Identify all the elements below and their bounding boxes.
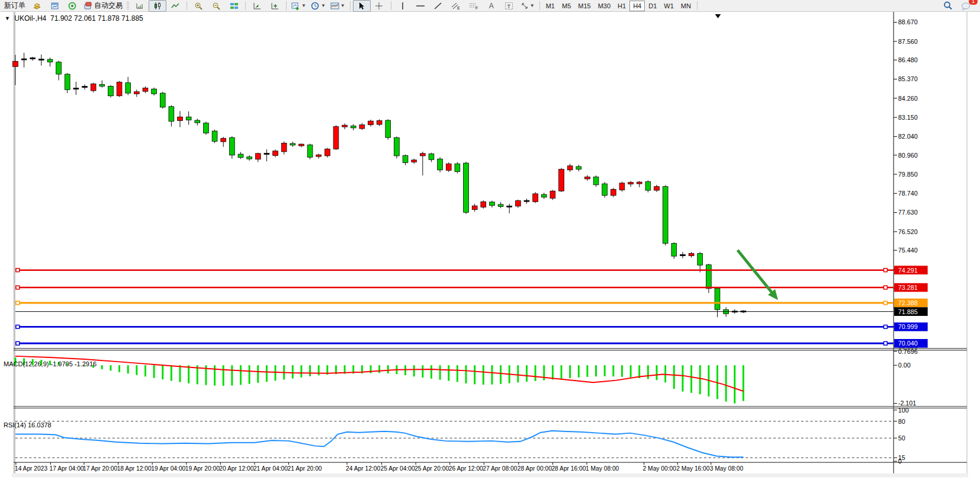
toolbar-grip — [127, 2, 129, 10]
svg-text:0.7696: 0.7696 — [898, 348, 918, 355]
add-indicator-button[interactable]: ▼ — [289, 0, 309, 12]
candle — [21, 59, 27, 60]
candle — [429, 154, 434, 159]
templates-button[interactable]: ▼ — [328, 0, 348, 12]
candle — [550, 191, 555, 198]
market-watch-button[interactable] — [46, 0, 63, 12]
crosshair-button[interactable] — [371, 0, 388, 12]
candle — [186, 117, 191, 120]
svg-text:74.291: 74.291 — [898, 267, 918, 274]
svg-text:0: 0 — [898, 458, 902, 465]
toolbar-separator — [391, 1, 391, 10]
chart-title: ▼ UKOil-,H4 71.902 72.061 71.878 71.885 — [5, 14, 143, 23]
candle — [316, 155, 322, 156]
candle — [73, 88, 79, 90]
candle — [204, 123, 209, 133]
candle — [143, 88, 148, 91]
candle — [299, 144, 304, 146]
tile-windows-button[interactable] — [225, 0, 243, 12]
autotrade-button[interactable]: 自动交易 — [81, 1, 125, 11]
candle — [307, 145, 313, 157]
candle — [152, 89, 157, 94]
svg-text:28 Apr 16:00: 28 Apr 16:00 — [551, 465, 586, 472]
tab-timeframe-m30[interactable]: M30 — [595, 1, 614, 11]
candle — [160, 93, 165, 107]
svg-text:84.260: 84.260 — [898, 95, 918, 102]
candle — [385, 120, 391, 138]
toolbar-separator — [286, 1, 287, 10]
candle — [333, 126, 339, 149]
svg-text:79.850: 79.850 — [898, 171, 918, 178]
chart-canvas[interactable]: 88.67087.56086.48085.37084.26083.15082.0… — [0, 12, 980, 489]
chevron-down-icon: ▼ — [530, 3, 535, 8]
trendline-button[interactable] — [429, 0, 447, 12]
candlestick-chart-button[interactable] — [149, 0, 166, 12]
svg-text:25 Apr 20:00: 25 Apr 20:00 — [415, 465, 449, 472]
indicators-window-button[interactable] — [248, 0, 266, 12]
svg-text:50: 50 — [898, 434, 905, 442]
data-window-button[interactable] — [266, 0, 284, 12]
tab-timeframe-d1[interactable]: D1 — [645, 1, 660, 11]
bar-chart-button[interactable] — [131, 0, 149, 12]
text-tool-button[interactable]: A — [483, 0, 500, 12]
candle — [368, 121, 374, 124]
candle — [65, 74, 70, 90]
candle — [377, 121, 382, 124]
svg-text:82.040: 82.040 — [898, 133, 918, 140]
line-chart-button[interactable] — [166, 0, 184, 12]
svg-text:19 Apr 20:00: 19 Apr 20:00 — [185, 465, 220, 472]
zoom-out-button[interactable] — [207, 0, 225, 12]
periods-button[interactable]: ▼ — [309, 0, 328, 12]
data-window-icon — [271, 2, 279, 10]
bottom-strip — [12, 474, 968, 478]
svg-text:17 Apr 04:00: 17 Apr 04:00 — [49, 465, 83, 472]
zoom-out-icon — [212, 2, 221, 10]
tab-timeframe-h4[interactable]: H4 — [629, 1, 645, 11]
vertical-line-button[interactable] — [394, 0, 412, 12]
notifications-button[interactable]: 1 — [957, 0, 975, 12]
candle — [481, 202, 486, 207]
fibonacci-button[interactable]: F — [465, 0, 483, 12]
arrows-tool-button[interactable]: ▼ — [518, 0, 537, 12]
tab-timeframe-h1[interactable]: H1 — [614, 1, 629, 11]
chart-menu-triangle-icon[interactable]: ▼ — [5, 15, 10, 21]
tab-timeframe-w1[interactable]: W1 — [660, 1, 677, 11]
rsi-name: RSI(14) — [4, 421, 26, 429]
macd-main-value: -1.9705 — [50, 360, 72, 367]
text-label-button[interactable]: T — [500, 0, 518, 12]
tab-timeframe-m1[interactable]: M1 — [542, 1, 558, 11]
autotrade-icon — [83, 2, 92, 10]
toolbar-separator — [350, 1, 351, 10]
equidistant-channel-button[interactable]: E — [447, 0, 465, 12]
tab-timeframe-m15[interactable]: M15 — [574, 1, 594, 11]
svg-text:3 May 08:00: 3 May 08:00 — [710, 465, 744, 472]
candle — [178, 117, 183, 120]
tile-windows-icon — [230, 2, 239, 10]
text-label-icon: T — [505, 2, 513, 10]
tab-timeframe-m5[interactable]: M5 — [558, 1, 574, 11]
line-handle — [16, 269, 20, 272]
new-order-button[interactable]: 新订单 — [2, 1, 28, 11]
svg-text:85.370: 85.370 — [898, 75, 918, 82]
signals-button[interactable] — [63, 0, 81, 12]
horizontal-line-button[interactable] — [412, 0, 429, 12]
bar-chart-icon — [136, 2, 144, 10]
tab-timeframe-mn[interactable]: MN — [677, 1, 695, 11]
candle — [359, 125, 365, 129]
add-indicator-icon — [291, 2, 300, 10]
zoom-in-button[interactable] — [189, 0, 207, 12]
svg-text:1 May 08:00: 1 May 08:00 — [586, 465, 619, 472]
macd-signal-value: -1.2916 — [75, 360, 97, 367]
cursor-button[interactable] — [353, 0, 371, 12]
crosshair-icon — [375, 2, 384, 10]
candle — [645, 182, 651, 191]
history-center-button[interactable] — [28, 0, 46, 12]
autotrade-label: 自动交易 — [94, 1, 123, 11]
candle — [134, 92, 139, 94]
search-button[interactable] — [939, 0, 957, 12]
svg-text:14 Apr 2023: 14 Apr 2023 — [15, 465, 48, 472]
chevron-down-icon: ▼ — [301, 3, 306, 8]
line-handle — [883, 341, 887, 345]
svg-text:21 Apr 20:00: 21 Apr 20:00 — [287, 465, 322, 472]
candle — [654, 187, 660, 190]
